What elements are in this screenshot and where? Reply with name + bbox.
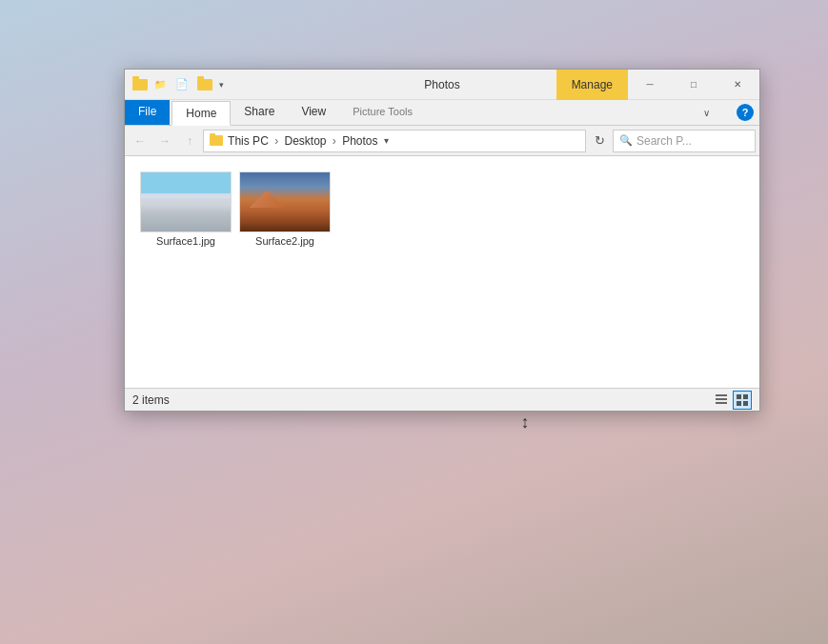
svg-rect-2 bbox=[716, 402, 727, 404]
svg-rect-4 bbox=[743, 394, 748, 399]
file-area: Surface1.jpg Surface2.jpg bbox=[125, 156, 759, 388]
file-item-surface2[interactable]: Surface2.jpg bbox=[239, 168, 331, 251]
address-path[interactable]: This PC › Desktop › Photos ▾ bbox=[203, 130, 586, 152]
back-button[interactable]: ← bbox=[129, 130, 151, 152]
ribbon-collapse[interactable]: ∨ bbox=[699, 106, 714, 120]
quick-folder-icon2 bbox=[197, 79, 212, 91]
svg-rect-1 bbox=[716, 398, 727, 400]
tab-picture-tools[interactable]: Picture Tools bbox=[339, 100, 426, 125]
svg-rect-6 bbox=[743, 401, 748, 406]
svg-rect-0 bbox=[716, 394, 727, 396]
manage-tab[interactable]: Manage bbox=[556, 70, 628, 100]
path-dropdown-button[interactable]: ▾ bbox=[380, 133, 393, 148]
help-button[interactable]: ? bbox=[737, 104, 754, 121]
search-icon: 🔍 bbox=[619, 134, 633, 147]
quick-access-properties[interactable]: 📄 bbox=[172, 76, 192, 92]
explorer-window: 📁 📄 ▾ Manage Photos ─ □ ✕ File Home Shar… bbox=[124, 69, 760, 412]
thumbnail-surface1 bbox=[140, 171, 232, 232]
window-folder-icon bbox=[132, 79, 148, 91]
tab-file[interactable]: File bbox=[125, 100, 170, 125]
tab-home[interactable]: Home bbox=[172, 101, 231, 126]
view-details-icon bbox=[715, 393, 728, 407]
up-button[interactable]: ↑ bbox=[178, 130, 201, 152]
file-item-surface1[interactable]: Surface1.jpg bbox=[140, 168, 232, 251]
path-photos: Photos bbox=[342, 134, 377, 148]
item-count: 2 items bbox=[132, 393, 170, 407]
resize-cursor: ↕ bbox=[517, 413, 533, 435]
ribbon-tabs: File Home Share View Picture Tools bbox=[125, 100, 426, 125]
search-placeholder: Search P... bbox=[636, 134, 692, 148]
svg-rect-3 bbox=[737, 394, 741, 399]
path-desktop: Desktop bbox=[284, 134, 326, 148]
picture-tools-label: Picture Tools bbox=[353, 106, 413, 117]
view-toggle bbox=[712, 391, 752, 410]
ribbon-tabs-row: File Home Share View Picture Tools ∨ ? bbox=[125, 100, 759, 125]
quick-access-dropdown[interactable]: ▾ bbox=[216, 78, 227, 91]
window-title: Photos bbox=[424, 78, 459, 91]
address-bar: ← → ↑ This PC › Desktop › Photos ▾ ↻ 🔍 S… bbox=[125, 126, 759, 156]
thumbnail-surface2 bbox=[239, 171, 331, 232]
status-bar: 2 items bbox=[125, 388, 759, 411]
window-controls: ─ □ ✕ bbox=[628, 70, 759, 100]
tab-share[interactable]: Share bbox=[231, 100, 288, 125]
file-name-surface1: Surface1.jpg bbox=[156, 235, 215, 247]
forward-button[interactable]: → bbox=[153, 130, 176, 152]
path-folder-icon bbox=[210, 135, 223, 146]
title-bar-left: 📁 📄 ▾ bbox=[125, 76, 556, 92]
maximize-button[interactable]: □ bbox=[672, 70, 716, 100]
thumb-surface2-image bbox=[240, 172, 330, 231]
close-button[interactable]: ✕ bbox=[716, 70, 759, 100]
file-name-surface2: Surface2.jpg bbox=[255, 235, 314, 247]
path-sep-2: › bbox=[330, 134, 340, 148]
title-bar: 📁 📄 ▾ Manage Photos ─ □ ✕ bbox=[125, 70, 759, 100]
view-large-icons-button[interactable] bbox=[733, 391, 752, 410]
search-box[interactable]: 🔍 Search P... bbox=[613, 130, 756, 152]
svg-rect-5 bbox=[737, 401, 741, 406]
minimize-button[interactable]: ─ bbox=[628, 70, 672, 100]
path-sep-1: › bbox=[272, 134, 282, 148]
quick-access-new-folder[interactable]: 📁 bbox=[151, 77, 169, 91]
manage-label: Manage bbox=[572, 78, 613, 91]
view-details-button[interactable] bbox=[712, 391, 731, 410]
thumb-surface1-image bbox=[141, 172, 231, 231]
view-large-icons-icon bbox=[736, 393, 749, 407]
refresh-button[interactable]: ↻ bbox=[588, 130, 611, 152]
ribbon: File Home Share View Picture Tools ∨ ? bbox=[125, 100, 759, 126]
path-this-pc: This PC bbox=[225, 134, 269, 148]
tab-view[interactable]: View bbox=[288, 100, 339, 125]
